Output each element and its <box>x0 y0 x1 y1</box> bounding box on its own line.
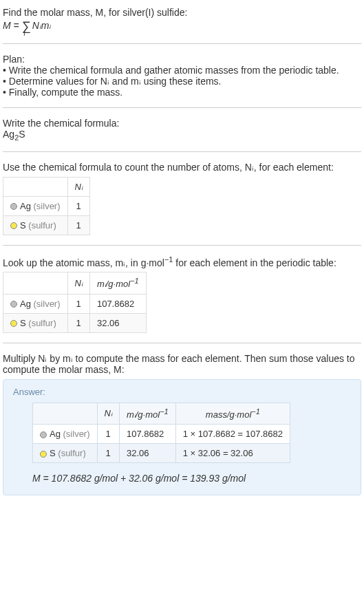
col-n: Nᵢ <box>97 403 119 424</box>
plan-bullet: • Write the chemical formula and gather … <box>3 65 361 76</box>
atoms-table: Nᵢ Ag (silver) 1 S (sulfur) 1 <box>3 177 90 235</box>
atomic-mass-table: Nᵢ mᵢ/g·mol−1 Ag (silver) 1 107.8682 S (… <box>3 272 147 332</box>
heading-part: Look up the atomic mass, mᵢ, in g·mol <box>3 257 164 268</box>
col-n: Nᵢ <box>67 177 89 196</box>
table-row: S (sulfur) 1 <box>3 215 90 235</box>
element-swatch-icon <box>10 222 17 229</box>
element-name: (silver) <box>34 299 61 309</box>
m-cell: 32.06 <box>89 313 146 332</box>
col-element <box>3 177 68 196</box>
element-swatch-icon <box>40 431 47 438</box>
eq-right: Nᵢmᵢ <box>32 20 52 31</box>
divider <box>3 43 361 44</box>
col-m-sup: −1 <box>130 277 139 285</box>
step-heading: Look up the atomic mass, mᵢ, in g·mol−1 … <box>3 255 361 268</box>
col-m-sup: −1 <box>160 407 169 416</box>
table-row: Ag (silver) 1 107.8682 1 × 107.8682 = 10… <box>33 425 290 444</box>
intro-line: Find the molar mass, M, for silver(I) su… <box>3 7 361 18</box>
intro-equation: M = ∑iNᵢmᵢ <box>3 19 361 34</box>
element-cell: Ag (silver) <box>3 294 68 313</box>
answer-label: Answer: <box>13 387 351 397</box>
table-header-row: Nᵢ mᵢ/g·mol−1 mass/g·mol−1 <box>33 403 290 424</box>
element-name: (sulfur) <box>58 448 85 458</box>
element-cell: S (sulfur) <box>33 444 98 463</box>
col-m: mᵢ/g·mol−1 <box>89 272 146 294</box>
intro-section: Find the molar mass, M, for silver(I) su… <box>3 3 361 38</box>
divider <box>3 343 361 343</box>
chemical-formula: Ag2S <box>3 129 361 142</box>
plan-bullet: • Determine values for Nᵢ and mᵢ using t… <box>3 76 361 87</box>
col-m-text: mᵢ/g·mol <box>97 279 130 290</box>
step-heading: Use the chemical formula to count the nu… <box>3 162 361 173</box>
table-row: S (sulfur) 1 32.06 1 × 32.06 = 32.06 <box>33 444 290 463</box>
table-header-row: Nᵢ mᵢ/g·mol−1 <box>3 272 147 294</box>
element-swatch-icon <box>10 301 17 308</box>
element-name: (silver) <box>63 429 90 439</box>
m-cell: 107.8682 <box>89 294 146 313</box>
element-symbol: Ag <box>20 299 31 309</box>
n-cell: 1 <box>97 425 119 444</box>
col-mass: mass/g·mol−1 <box>175 403 290 424</box>
col-m: mᵢ/g·mol−1 <box>119 403 175 424</box>
eq-index: i <box>23 30 25 37</box>
element-symbol: Ag <box>20 201 31 211</box>
mass-cell: 1 × 32.06 = 32.06 <box>175 444 290 463</box>
step-chemical-formula: Write the chemical formula: Ag2S <box>3 114 361 146</box>
element-name: (sulfur) <box>28 220 56 231</box>
plan-heading: Plan: <box>3 54 361 65</box>
step-multiply: Multiply Nᵢ by mᵢ to compute the mass fo… <box>3 349 361 500</box>
table-header-row: Nᵢ <box>3 177 90 196</box>
formula-part: Ag <box>3 129 14 140</box>
answer-table: Nᵢ mᵢ/g·mol−1 mass/g·mol−1 Ag (silver) 1… <box>32 403 290 463</box>
element-swatch-icon <box>10 320 17 327</box>
col-n: Nᵢ <box>67 272 89 294</box>
n-cell: 1 <box>97 444 119 463</box>
formula-part: S <box>19 129 25 140</box>
n-cell: 1 <box>67 215 89 235</box>
element-name: (silver) <box>34 201 61 211</box>
step-heading: Write the chemical formula: <box>3 118 361 129</box>
table-row: Ag (silver) 1 107.8682 <box>3 294 147 313</box>
table-row: S (sulfur) 1 32.06 <box>3 313 147 332</box>
answer-box: Answer: Nᵢ mᵢ/g·mol−1 mass/g·mol−1 Ag (s… <box>3 379 361 495</box>
element-name: (sulfur) <box>28 318 56 328</box>
col-m-text: mᵢ/g·mol <box>127 409 160 420</box>
mass-cell: 1 × 107.8682 = 107.8682 <box>175 425 290 444</box>
element-swatch-icon <box>40 451 47 458</box>
heading-sup: −1 <box>164 255 173 264</box>
divider <box>3 107 361 108</box>
step-heading: Multiply Nᵢ by mᵢ to compute the mass fo… <box>3 353 361 375</box>
plan-section: Plan: • Write the chemical formula and g… <box>3 50 361 102</box>
col-mass-sup: −1 <box>251 407 260 416</box>
m-cell: 107.8682 <box>119 425 175 444</box>
plan-bullet: • Finally, compute the mass. <box>3 87 361 98</box>
step-count-atoms: Use the chemical formula to count the nu… <box>3 158 361 239</box>
element-cell: Ag (silver) <box>33 425 98 444</box>
n-cell: 1 <box>67 313 89 332</box>
eq-left: M = <box>3 20 22 31</box>
element-swatch-icon <box>10 203 17 210</box>
table-row: Ag (silver) 1 <box>3 196 90 215</box>
element-symbol: Ag <box>50 429 61 439</box>
col-mass-text: mass/g·mol <box>206 409 251 420</box>
element-symbol: S <box>20 220 26 231</box>
element-cell: Ag (silver) <box>3 196 68 215</box>
n-cell: 1 <box>67 196 89 215</box>
element-symbol: S <box>20 318 26 328</box>
element-cell: S (sulfur) <box>3 215 68 235</box>
final-result: M = 107.8682 g/mol + 32.06 g/mol = 139.9… <box>32 473 351 484</box>
element-symbol: S <box>50 448 56 458</box>
step-atomic-mass: Look up the atomic mass, mᵢ, in g·mol−1 … <box>3 251 361 337</box>
col-element <box>3 272 68 294</box>
divider <box>3 245 361 246</box>
heading-part: for each element in the periodic table: <box>173 257 336 268</box>
m-cell: 32.06 <box>119 444 175 463</box>
element-cell: S (sulfur) <box>3 313 68 332</box>
col-element <box>33 403 98 424</box>
divider <box>3 151 361 152</box>
n-cell: 1 <box>67 294 89 313</box>
